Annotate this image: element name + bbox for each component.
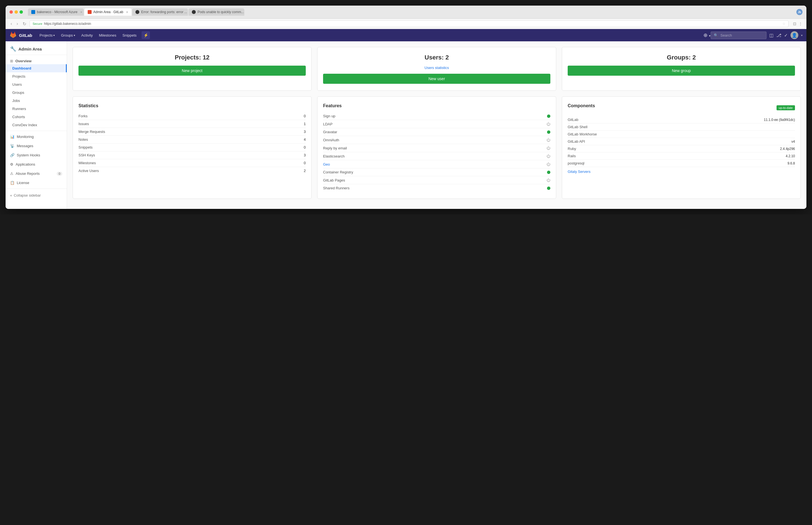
feature-runners-label: Shared Runners: [323, 186, 350, 190]
component-workhorse-label: GitLab Workhorse: [568, 132, 597, 136]
users-statistics-link[interactable]: Users statistics: [424, 65, 449, 70]
refresh-button[interactable]: ↻: [21, 21, 27, 27]
user-avatar[interactable]: 👤: [791, 31, 798, 39]
back-button[interactable]: ‹: [10, 21, 13, 27]
todos-icon[interactable]: ✓: [784, 33, 788, 38]
component-api-label: GitLab API: [568, 139, 585, 144]
feature-elasticsearch-status: ⏻: [546, 154, 550, 158]
sidebar-item-dashboard[interactable]: Dashboard: [5, 64, 67, 72]
stat-merge-requests: Merge Requests 3: [78, 128, 306, 136]
components-title: Components: [568, 103, 595, 108]
gitlab-logo[interactable]: GitLab: [10, 32, 32, 39]
sidebar-item-groups[interactable]: Groups: [5, 89, 67, 96]
stat-activeusers-label: Active Users: [78, 169, 99, 173]
stat-sshkeys-label: SSH Keys: [78, 153, 95, 157]
nav-snippets[interactable]: Snippets: [120, 32, 139, 39]
lightning-button[interactable]: ⚡: [141, 31, 150, 39]
github-tab-icon-1: [135, 10, 139, 14]
browser-user-avatar: Jb: [796, 9, 802, 15]
sidebar-section-hooks: 🔗 System Hooks: [5, 151, 67, 159]
projects-card: Projects: 12 New project: [73, 47, 312, 91]
tab-error2[interactable]: Pods unable to quickly comm... ✕: [189, 9, 244, 16]
sidebar-item-monitoring[interactable]: 📊 Monitoring: [5, 133, 67, 141]
sidebar-item-runners[interactable]: Runners: [5, 105, 67, 113]
tab-gitlab[interactable]: Admin Area · GitLab ✕: [84, 9, 132, 16]
stat-snippets-value: 0: [304, 145, 306, 149]
stat-notes: Notes 4: [78, 136, 306, 144]
feature-geo-link[interactable]: Geo: [323, 162, 330, 166]
new-group-button[interactable]: New group: [568, 65, 795, 76]
feature-replyemail-status: ⏻: [546, 146, 550, 150]
browser-window: bakeneco - Microsoft Azure ✕ Admin Area …: [5, 5, 807, 209]
component-postgresql-version: 9.6.8: [787, 161, 795, 165]
stat-forks: Forks 0: [78, 112, 306, 120]
tab-azure-close[interactable]: ✕: [80, 11, 82, 14]
component-rails: Rails 4.2.10: [568, 152, 795, 160]
sidebar-item-abuse[interactable]: ⚠ Abuse Reports 0: [5, 169, 67, 178]
search-placeholder: Search: [720, 33, 732, 38]
extensions-icon[interactable]: ⊡: [793, 21, 796, 26]
close-button[interactable]: [10, 10, 13, 14]
detail-cards-row: Statistics Forks 0 Issues 1 Merge Reques…: [73, 96, 801, 199]
components-list: GitLab 11.1.0-ee (9a9f41dc) GitLab Shell…: [568, 116, 795, 174]
projects-count: Projects: 12: [78, 54, 306, 61]
component-rails-version: 4.2.10: [786, 154, 795, 158]
feature-gravatar: Gravatar: [323, 128, 550, 136]
search-box[interactable]: 🔍 Search: [711, 32, 766, 39]
hooks-icon: 🔗: [10, 153, 15, 157]
user-dropdown-arrow[interactable]: ▾: [801, 34, 802, 37]
sidebar-item-hooks[interactable]: 🔗 System Hooks: [5, 151, 67, 159]
secure-indicator: Secure: [33, 22, 43, 26]
collapse-sidebar-button[interactable]: « Collapse sidebar: [5, 191, 67, 200]
main-wrapper: 🔧 Admin Area ⊞ Overview Dashboard Projec…: [5, 41, 807, 209]
merge-requests-icon[interactable]: ⎇: [776, 33, 781, 38]
nav-activity[interactable]: Activity: [78, 32, 95, 39]
tab-azure[interactable]: bakeneco - Microsoft Azure ✕: [28, 9, 84, 16]
sidebar-item-license[interactable]: 📋 License: [5, 179, 67, 187]
sidebar-item-projects[interactable]: Projects: [5, 72, 67, 80]
nav-groups[interactable]: Groups ▾: [58, 32, 78, 39]
feature-pages-label: GitLab Pages: [323, 178, 345, 182]
stat-notes-label: Notes: [78, 137, 88, 141]
component-gitlab-version: 11.1.0-ee (9a9f41dc): [764, 118, 795, 122]
feature-containerregistry-label: Container Registry: [323, 170, 353, 174]
new-item-button[interactable]: ⊕ ▾: [703, 32, 711, 38]
nav-milestones[interactable]: Milestones: [96, 32, 119, 39]
feature-shared-runners: Shared Runners: [323, 184, 550, 192]
stat-snippets-label: Snippets: [78, 145, 93, 149]
component-shell-label: GitLab Shell: [568, 125, 587, 129]
components-card: Components up-to-date GitLab 11.1.0-ee (…: [562, 96, 801, 199]
gitaly-servers-link[interactable]: Gitaly Servers: [568, 169, 590, 174]
stat-sshkeys-value: 3: [304, 153, 306, 157]
settings-icon[interactable]: ⋮: [799, 21, 802, 26]
users-card: Users: 2 Users statistics New user: [317, 47, 556, 91]
nav-projects[interactable]: Projects ▾: [37, 32, 58, 39]
new-project-button[interactable]: New project: [78, 65, 306, 76]
sidebar-item-cohorts[interactable]: Cohorts: [5, 113, 67, 121]
feature-replybyemail: Reply by email ⏻: [323, 144, 550, 152]
lightning-icon: ⚡: [144, 33, 148, 38]
issues-icon[interactable]: ◫: [769, 33, 773, 38]
tab-error1[interactable]: Error: forwarding ports: error ... ✕: [132, 9, 188, 16]
feature-ldap-status: ⏻: [546, 122, 550, 126]
sidebar-overview-header[interactable]: ⊞ Overview: [5, 57, 67, 64]
groups-card: Groups: 2 New group: [562, 47, 801, 91]
abuse-badge: 0: [57, 172, 62, 176]
forward-button[interactable]: ›: [15, 21, 19, 27]
sidebar-item-convdev[interactable]: ConvDev Index: [5, 121, 67, 129]
new-user-button[interactable]: New user: [323, 74, 550, 84]
statistics-title: Statistics: [78, 103, 306, 108]
sidebar-item-users[interactable]: Users: [5, 80, 67, 89]
address-input[interactable]: Secure https://gitlab.bakeneco.io/admin …: [30, 20, 788, 27]
messages-icon: 📡: [10, 144, 15, 148]
feature-elasticsearch: Elasticsearch ⏻: [323, 152, 550, 160]
sidebar-section-monitoring: 📊 Monitoring: [5, 133, 67, 141]
sidebar-item-messages[interactable]: 📡 Messages: [5, 142, 67, 150]
bookmark-star[interactable]: ☆: [782, 22, 785, 26]
minimize-button[interactable]: [15, 10, 18, 14]
tab-gitlab-close[interactable]: ✕: [126, 11, 128, 14]
sidebar-item-jobs[interactable]: Jobs: [5, 96, 67, 105]
maximize-button[interactable]: [19, 10, 23, 14]
component-rails-label: Rails: [568, 154, 576, 158]
sidebar-item-applications[interactable]: ⚙ Applications: [5, 160, 67, 168]
